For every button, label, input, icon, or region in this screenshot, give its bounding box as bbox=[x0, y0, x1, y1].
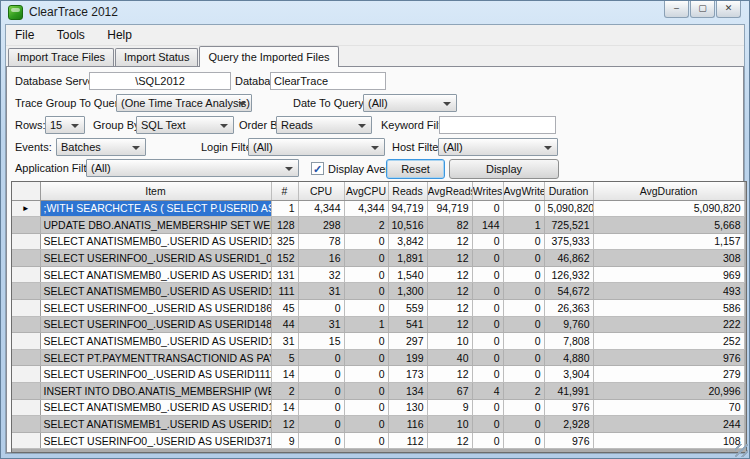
tab-import-status[interactable]: Import Status bbox=[115, 48, 198, 67]
login-filter-select[interactable]: (All) bbox=[248, 138, 385, 156]
column-header-avgduration[interactable]: AvgDuration bbox=[593, 182, 744, 200]
cell-value[interactable]: 16 bbox=[298, 250, 344, 267]
table-row[interactable]: ►;WITH SEARCHCTE AS ( SELECT P.USERID AS… bbox=[12, 200, 744, 217]
table-row[interactable]: SELECT USERINFO0_.USERID AS USERID186_0_… bbox=[12, 300, 744, 317]
table-row[interactable]: SELECT ANATISMEMB0_.USERID AS USERID186_… bbox=[12, 266, 744, 283]
cell-item[interactable]: INSERT INTO DBO.ANATIS_MEMBERSHIP (WEBSI… bbox=[40, 383, 271, 400]
cell-value[interactable]: 9 bbox=[427, 399, 472, 416]
titlebar[interactable]: ClearTrace 2012 – ▢ ✕ bbox=[1, 1, 749, 24]
cell-value[interactable]: 1 bbox=[344, 316, 388, 333]
row-selector[interactable] bbox=[12, 416, 40, 433]
cell-value[interactable]: 375,933 bbox=[544, 233, 593, 250]
cell-value[interactable]: 44 bbox=[271, 316, 298, 333]
cell-value[interactable]: 31 bbox=[298, 283, 344, 300]
cell-value[interactable]: 976 bbox=[544, 432, 593, 449]
column-header-duration[interactable]: Duration bbox=[544, 182, 593, 200]
table-row[interactable]: SELECT USERINFO0_.USERID AS USERID1111_0… bbox=[12, 366, 744, 383]
row-selector[interactable] bbox=[12, 333, 40, 350]
cell-value[interactable]: 0 bbox=[344, 349, 388, 366]
cell-value[interactable]: 0 bbox=[472, 349, 503, 366]
cell-value[interactable]: 2 bbox=[344, 217, 388, 234]
cell-value[interactable]: 244 bbox=[593, 416, 744, 433]
table-row[interactable]: INSERT INTO DBO.ANATIS_MEMBERSHIP (WEBSI… bbox=[12, 383, 744, 400]
cell-value[interactable]: 0 bbox=[344, 416, 388, 433]
row-selector[interactable] bbox=[12, 250, 40, 267]
cell-value[interactable]: 0 bbox=[472, 316, 503, 333]
cell-value[interactable]: 0 bbox=[472, 416, 503, 433]
cell-value[interactable]: 126,932 bbox=[544, 266, 593, 283]
host-filter-select[interactable]: (All) bbox=[438, 138, 558, 156]
cell-value[interactable]: 116 bbox=[388, 416, 427, 433]
cell-value[interactable]: 12 bbox=[427, 250, 472, 267]
table-row[interactable]: SELECT ANATISMEMB0_.USERID AS USERID1_0_… bbox=[12, 333, 744, 350]
date-to-query-select[interactable]: (All) bbox=[363, 94, 457, 112]
cell-value[interactable]: 5,090,820 bbox=[593, 200, 744, 217]
cell-value[interactable]: 969 bbox=[593, 266, 744, 283]
cell-item[interactable]: UPDATE DBO.ANATIS_MEMBERSHIP SET WEBSITE… bbox=[40, 217, 271, 234]
keyword-filter-input[interactable] bbox=[439, 116, 556, 134]
cell-value[interactable]: 78 bbox=[298, 233, 344, 250]
cell-value[interactable]: 725,521 bbox=[544, 217, 593, 234]
cell-value[interactable]: 199 bbox=[388, 349, 427, 366]
cell-value[interactable]: 0 bbox=[344, 383, 388, 400]
tab-query-the-imported-files[interactable]: Query the Imported Files bbox=[199, 46, 338, 67]
order-by-select[interactable]: Reads bbox=[276, 116, 372, 134]
cell-value[interactable]: 0 bbox=[298, 383, 344, 400]
table-row[interactable]: SELECT USERINFO0_.USERID AS USERID1481_0… bbox=[12, 316, 744, 333]
cell-value[interactable]: 10 bbox=[427, 416, 472, 433]
row-selector[interactable] bbox=[12, 349, 40, 366]
column-header-avgcpu[interactable]: AvgCPU bbox=[344, 182, 388, 200]
cell-value[interactable]: 0 bbox=[298, 366, 344, 383]
cell-value[interactable]: 0 bbox=[298, 432, 344, 449]
cell-value[interactable]: 0 bbox=[503, 300, 544, 317]
rows-select[interactable]: 15 bbox=[45, 116, 85, 134]
cell-value[interactable]: 0 bbox=[344, 366, 388, 383]
cell-value[interactable]: 1,540 bbox=[388, 266, 427, 283]
maximize-button[interactable]: ▢ bbox=[690, 1, 715, 18]
row-selector[interactable] bbox=[12, 217, 40, 234]
cell-value[interactable]: 130 bbox=[388, 399, 427, 416]
cell-value[interactable]: 0 bbox=[503, 333, 544, 350]
column-header-item[interactable]: Item bbox=[40, 182, 271, 200]
row-selector[interactable] bbox=[12, 283, 40, 300]
cell-value[interactable]: 0 bbox=[344, 399, 388, 416]
cell-item[interactable]: SELECT USERINFO0_.USERID AS USERID1_0_, … bbox=[40, 250, 271, 267]
display-button[interactable]: Display bbox=[449, 159, 559, 179]
cell-value[interactable]: 308 bbox=[593, 250, 744, 267]
column-header-avgwrites[interactable]: AvgWrites bbox=[503, 182, 544, 200]
column-header-avgreads[interactable]: AvgReads bbox=[427, 182, 472, 200]
cell-value[interactable]: 131 bbox=[271, 266, 298, 283]
cell-value[interactable]: 0 bbox=[472, 333, 503, 350]
cell-value[interactable]: 0 bbox=[344, 300, 388, 317]
cell-value[interactable]: 0 bbox=[344, 333, 388, 350]
cell-value[interactable]: 0 bbox=[344, 233, 388, 250]
cell-item[interactable]: SELECT USERINFO0_.USERID AS USERID1481_0… bbox=[40, 316, 271, 333]
cell-value[interactable]: 1 bbox=[503, 217, 544, 234]
menu-tools[interactable]: Tools bbox=[48, 25, 94, 46]
resize-grip[interactable] bbox=[735, 444, 748, 457]
cell-value[interactable]: 94,719 bbox=[388, 200, 427, 217]
cell-value[interactable]: 297 bbox=[388, 333, 427, 350]
cell-value[interactable]: 1,157 bbox=[593, 233, 744, 250]
cell-value[interactable]: 0 bbox=[472, 399, 503, 416]
cell-value[interactable]: 0 bbox=[472, 283, 503, 300]
cell-value[interactable]: 4,880 bbox=[544, 349, 593, 366]
cell-value[interactable]: 10,516 bbox=[388, 217, 427, 234]
column-header-writes[interactable]: Writes bbox=[472, 182, 503, 200]
cell-value[interactable]: 32 bbox=[298, 266, 344, 283]
menu-help[interactable]: Help bbox=[98, 25, 141, 46]
cell-value[interactable]: 12 bbox=[427, 366, 472, 383]
cell-value[interactable]: 0 bbox=[503, 266, 544, 283]
cell-value[interactable]: 1 bbox=[271, 200, 298, 217]
cell-item[interactable]: SELECT ANATISMEMB0_.USERID AS USERID1_0_… bbox=[40, 233, 271, 250]
tab-import-trace-files[interactable]: Import Trace Files bbox=[8, 48, 114, 67]
cell-value[interactable]: 1,891 bbox=[388, 250, 427, 267]
cell-value[interactable]: 3,904 bbox=[544, 366, 593, 383]
cell-item[interactable]: ;WITH SEARCHCTE AS ( SELECT P.USERID AS … bbox=[40, 200, 271, 217]
cell-value[interactable]: 12 bbox=[427, 300, 472, 317]
cell-value[interactable]: 586 bbox=[593, 300, 744, 317]
cell-item[interactable]: SELECT ANATISMEMB0_.USERID AS USERID1_0_… bbox=[40, 333, 271, 350]
cell-value[interactable]: 14 bbox=[271, 366, 298, 383]
row-selector[interactable] bbox=[12, 432, 40, 449]
cell-value[interactable]: 4,344 bbox=[344, 200, 388, 217]
